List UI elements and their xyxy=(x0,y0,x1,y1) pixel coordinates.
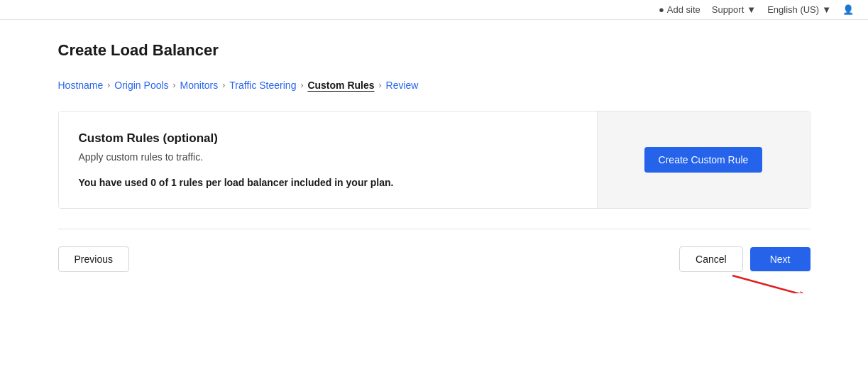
language-menu[interactable]: English (US) ▼ xyxy=(767,4,831,15)
breadcrumb-sep-1: › xyxy=(107,80,110,90)
chevron-down-icon: ▼ xyxy=(747,4,756,15)
breadcrumb-sep-2: › xyxy=(173,80,176,90)
action-bar: Previous Cancel Next xyxy=(58,246,811,272)
card-actions: Create Custom Rule xyxy=(597,111,810,208)
breadcrumb-traffic-steering[interactable]: Traffic Steering xyxy=(229,80,296,91)
section-divider xyxy=(58,229,811,229)
card-plan-text: You have used 0 of 1 rules per load bala… xyxy=(79,177,577,188)
add-site-button[interactable]: ● Add site xyxy=(659,4,701,15)
chevron-down-icon: ▼ xyxy=(822,4,831,15)
user-avatar[interactable]: 👤 xyxy=(842,4,854,15)
add-site-icon: ● xyxy=(659,4,664,15)
create-custom-rule-button[interactable]: Create Custom Rule xyxy=(644,147,763,173)
custom-rules-card: Custom Rules (optional) Apply custom rul… xyxy=(58,111,811,209)
breadcrumb-hostname[interactable]: Hostname xyxy=(58,80,104,91)
cancel-button[interactable]: Cancel xyxy=(679,246,743,272)
breadcrumb: Hostname › Origin Pools › Monitors › Tra… xyxy=(58,80,811,91)
next-button[interactable]: Next xyxy=(750,247,811,271)
breadcrumb-origin-pools[interactable]: Origin Pools xyxy=(114,80,168,91)
svg-marker-1 xyxy=(800,291,811,293)
page-container: Create Load Balancer Hostname › Origin P… xyxy=(44,20,825,293)
breadcrumb-sep-3: › xyxy=(222,80,225,90)
card-title: Custom Rules (optional) xyxy=(79,131,577,146)
svg-line-0 xyxy=(732,276,811,293)
page-title: Create Load Balancer xyxy=(58,41,811,60)
support-menu[interactable]: Support ▼ xyxy=(712,4,756,15)
breadcrumb-monitors[interactable]: Monitors xyxy=(180,80,219,91)
card-content: Custom Rules (optional) Apply custom rul… xyxy=(59,111,597,208)
previous-button[interactable]: Previous xyxy=(58,246,129,272)
breadcrumb-custom-rules: Custom Rules xyxy=(307,80,374,91)
top-bar: ● Add site Support ▼ English (US) ▼ 👤 xyxy=(0,0,868,20)
right-actions: Cancel Next xyxy=(679,246,810,272)
arrow-annotation xyxy=(725,268,825,293)
card-description: Apply custom rules to traffic. xyxy=(79,151,577,163)
breadcrumb-sep-5: › xyxy=(379,80,382,90)
breadcrumb-review[interactable]: Review xyxy=(386,80,419,91)
breadcrumb-sep-4: › xyxy=(300,80,303,90)
